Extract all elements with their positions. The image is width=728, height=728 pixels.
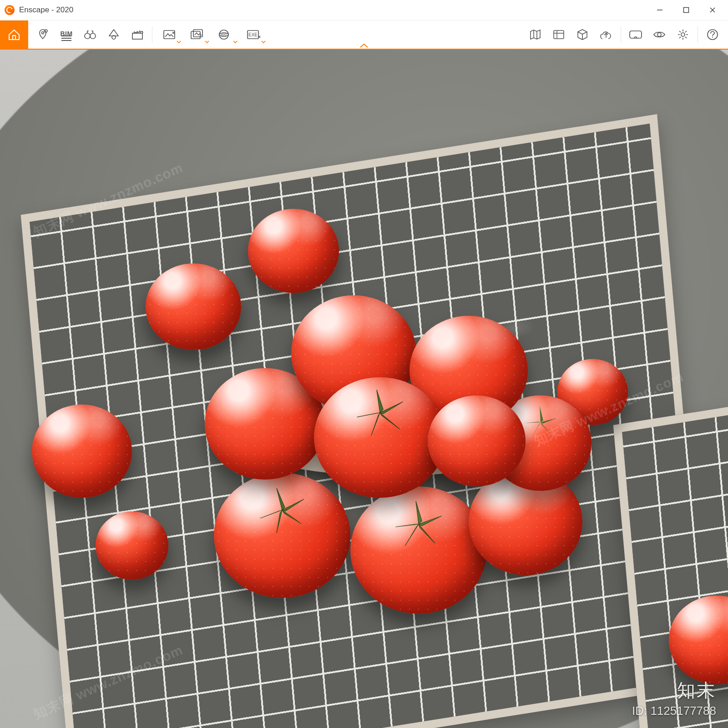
toolbar-left: BIM 360°: [28, 20, 268, 49]
panorama-button[interactable]: 360°: [212, 24, 239, 46]
tomato: [96, 511, 168, 580]
clapper-icon: [131, 29, 144, 40]
svg-point-2: [42, 32, 44, 34]
panorama-icon: 360°: [218, 29, 233, 40]
video-clapper-button[interactable]: [126, 24, 148, 46]
app-title: Enscape - 2020: [19, 5, 73, 15]
upload-button[interactable]: [595, 24, 617, 46]
binoculars-button[interactable]: [79, 24, 101, 46]
svg-rect-16: [554, 30, 564, 39]
dropdown-caret-icon: [233, 40, 238, 44]
map-icon: [529, 29, 541, 40]
tomato: [314, 377, 446, 498]
toolbar: BIM 360°: [0, 20, 728, 50]
app-logo-icon: [5, 5, 15, 15]
bim-manager-button[interactable]: BIM: [56, 24, 77, 46]
exe-icon: EXE: [246, 29, 262, 40]
svg-point-18: [657, 33, 661, 36]
svg-rect-7: [132, 33, 142, 39]
batch-render-button[interactable]: [184, 24, 211, 46]
tomato: [214, 473, 350, 598]
dropdown-caret-icon: [177, 40, 181, 44]
exe-export-button[interactable]: EXE: [241, 24, 267, 46]
toolbar-separator: [698, 26, 698, 43]
vr-button[interactable]: [625, 24, 647, 46]
asset-library-button[interactable]: [548, 24, 570, 46]
window-controls: [647, 1, 725, 19]
vr-headset-icon: [629, 30, 642, 40]
watermark-id: ID: 1125177788: [632, 704, 716, 718]
svg-text:360°: 360°: [220, 32, 228, 37]
tomato: [248, 209, 339, 293]
svg-point-20: [708, 30, 718, 40]
help-icon: [707, 29, 718, 40]
screenshot-icon: [162, 29, 176, 40]
home-icon: [7, 28, 21, 41]
toolbar-separator: [621, 26, 621, 43]
close-icon: [709, 7, 716, 13]
title-left: Enscape - 2020: [5, 5, 73, 15]
upload-icon: [600, 29, 612, 40]
map-button[interactable]: [524, 24, 546, 46]
svg-rect-10: [193, 30, 202, 37]
view-cone-button[interactable]: [103, 24, 125, 46]
tomato-stem-icon: [391, 497, 446, 551]
binoculars-icon: [83, 29, 97, 40]
watermark-brand: 知末: [632, 678, 716, 703]
minimize-button[interactable]: [647, 1, 672, 19]
toolbar-separator: [152, 26, 152, 43]
tomato: [32, 404, 132, 498]
render-viewport[interactable]: 知末网 www.znzmo.com 知末网 www.znzmo.com 知末网 …: [0, 50, 728, 728]
svg-rect-1: [13, 35, 15, 40]
svg-point-19: [681, 33, 685, 36]
tomato: [146, 263, 241, 350]
bim-label: BIM: [60, 30, 72, 37]
minimize-icon: [657, 7, 663, 13]
home-button[interactable]: [0, 20, 28, 49]
close-button[interactable]: [700, 1, 725, 19]
map-pin-button[interactable]: [32, 24, 54, 46]
svg-point-5: [90, 33, 96, 39]
maximize-icon: [683, 7, 689, 13]
batch-render-icon: [190, 29, 205, 40]
dropdown-caret-icon: [261, 40, 266, 44]
help-button[interactable]: [702, 24, 723, 46]
cube-button[interactable]: [571, 24, 593, 46]
view-cone-icon: [107, 28, 120, 41]
maximize-button[interactable]: [673, 1, 699, 19]
chevron-up-icon: [359, 42, 369, 49]
tomato-stem-icon: [255, 483, 309, 537]
expand-toolbar-button[interactable]: [355, 41, 373, 50]
svg-rect-0: [684, 8, 689, 13]
settings-button[interactable]: [672, 24, 694, 46]
dropdown-caret-icon: [205, 40, 209, 44]
svg-point-4: [85, 33, 90, 39]
gear-icon: [677, 29, 689, 40]
eye-icon: [653, 30, 666, 40]
svg-text:EXE: EXE: [248, 32, 258, 37]
screenshot-button[interactable]: [156, 24, 182, 46]
tomato: [428, 395, 526, 486]
visual-settings-button[interactable]: [648, 24, 670, 46]
bim-icon: BIM: [60, 30, 72, 39]
tomato: [350, 486, 487, 614]
tomato-stem-icon: [353, 385, 407, 440]
toolbar-right: [523, 20, 728, 49]
svg-rect-8: [164, 30, 175, 39]
app-window: Enscape - 2020 BIM: [0, 0, 728, 728]
footer-watermark: 知末 ID: 1125177788: [632, 678, 716, 718]
asset-library-icon: [552, 29, 565, 40]
titlebar: Enscape - 2020: [0, 0, 728, 20]
map-pin-icon: [36, 28, 49, 41]
cube-icon: [576, 29, 588, 40]
